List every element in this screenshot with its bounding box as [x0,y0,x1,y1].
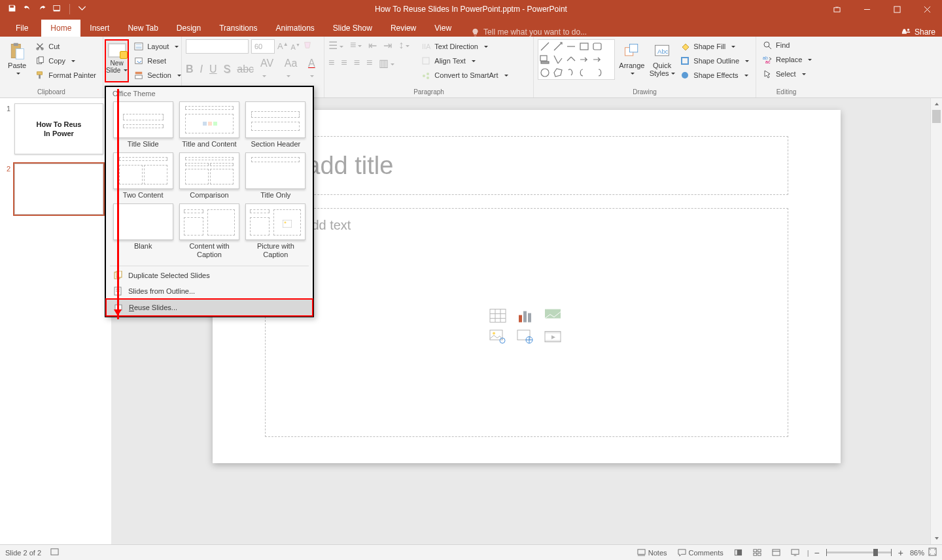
bold-button[interactable]: B [186,63,194,75]
save-icon[interactable] [8,4,16,14]
shape-fill-button[interactable]: Shape Fill [678,39,752,54]
zoom-thumb[interactable] [873,549,878,556]
zoom-level[interactable]: 86% [906,549,928,557]
zoom-in-button[interactable]: + [896,548,906,558]
layout-two-content[interactable]: Two Content [113,152,173,200]
duplicate-slides-item[interactable]: Duplicate Selected Slides [106,268,313,283]
paste-button[interactable]: Paste [4,39,30,77]
change-case-button[interactable]: Aa [285,58,302,81]
content-placeholder[interactable]: to add text [265,208,788,437]
title-placeholder[interactable]: to add title [265,136,788,195]
section-button[interactable]: Section [131,68,184,82]
layout-section-header[interactable]: Section Header [245,101,306,149]
format-painter-button[interactable]: Format Painter [33,68,99,82]
layout-title-content[interactable]: Title and Content [179,101,239,149]
font-color-button[interactable]: A [308,58,320,81]
shape-effects-button[interactable]: Shape Effects [678,68,752,82]
insert-smartart-icon[interactable] [543,308,563,324]
align-right-button[interactable]: ≡ [354,57,360,69]
replace-button[interactable]: abacReplace [760,52,814,67]
decrease-font-icon[interactable]: A▼ [291,43,300,51]
strike-button[interactable]: abc [237,63,254,75]
undo-icon[interactable] [23,4,31,14]
zoom-slider[interactable] [826,551,892,553]
cut-button[interactable]: Cut [33,39,99,54]
line-spacing-button[interactable]: ↕ [398,39,410,52]
smartart-button[interactable]: Convert to SmartArt [419,68,510,82]
minimize-icon[interactable] [852,0,882,18]
layout-comparison[interactable]: Comparison [179,152,239,200]
layout-title-slide[interactable]: Title Slide [113,101,173,149]
numbering-button[interactable]: ≡ [350,39,362,52]
clear-format-icon[interactable] [303,41,312,52]
scroll-up-icon[interactable] [931,98,942,110]
share-button[interactable]: Share [901,27,935,37]
tab-review[interactable]: Review [381,20,425,37]
ribbon-display-options-icon[interactable] [822,0,852,18]
qat-customize-icon[interactable] [78,4,86,14]
scroll-down-icon[interactable] [931,533,942,544]
increase-font-icon[interactable]: A▲ [277,41,288,51]
new-slide-button[interactable]: New Slide [105,39,129,82]
scrollbar-thumb[interactable] [932,110,941,123]
quick-styles-button[interactable]: Abc Quick Styles [649,39,675,77]
arrange-button[interactable]: Arrange [618,39,646,77]
reading-view-button[interactable] [767,545,786,561]
normal-view-button[interactable] [729,545,748,561]
layout-title-only[interactable]: Title Only [245,152,306,200]
insert-video-icon[interactable] [543,329,563,345]
decrease-indent-button[interactable]: ⇤ [368,39,377,52]
font-size-select[interactable] [251,39,275,54]
select-button[interactable]: Select [760,67,814,81]
tab-view[interactable]: View [425,20,461,37]
slide-sorter-button[interactable] [748,545,767,561]
vertical-scrollbar[interactable] [930,98,942,544]
layout-picture-caption[interactable]: Picture with Caption [245,203,306,259]
layout-button[interactable]: Layout [131,39,184,54]
spellcheck-icon[interactable] [50,548,59,557]
close-icon[interactable] [912,0,942,18]
increase-indent-button[interactable]: ⇥ [383,39,392,52]
reuse-slides-item[interactable]: RReuse Slides...euse Slides... [105,298,313,317]
tab-home[interactable]: Home [41,20,80,37]
italic-button[interactable]: I [200,63,203,75]
shapes-gallery[interactable] [538,39,615,80]
align-left-button[interactable]: ≡ [328,57,334,69]
insert-table-icon[interactable] [488,308,508,324]
comments-button[interactable]: Comments [672,545,729,561]
layout-blank[interactable]: Blank [113,203,173,259]
tell-me-search[interactable]: Tell me what you want to do... [471,27,587,37]
slides-from-outline-item[interactable]: Slides from Outline... [106,283,313,299]
notes-button[interactable]: Notes [632,545,672,561]
redo-icon[interactable] [38,4,46,14]
tab-newtab[interactable]: New Tab [118,20,167,37]
start-from-beginning-icon[interactable] [53,4,61,14]
maximize-icon[interactable] [882,0,912,18]
bullets-button[interactable]: ☰ [328,39,343,52]
fit-to-window-button[interactable] [928,548,937,557]
char-spacing-button[interactable]: AV [260,58,278,81]
slide-thumbnail-2[interactable]: 2 [4,164,107,215]
tab-slideshow[interactable]: Slide Show [324,20,381,37]
tab-animations[interactable]: Animations [266,20,323,37]
align-text-button[interactable]: Align Text [419,54,510,68]
insert-online-pictures-icon[interactable] [515,329,535,345]
find-button[interactable]: Find [760,38,814,52]
tab-design[interactable]: Design [167,20,210,37]
align-center-button[interactable]: ≡ [341,57,347,69]
reset-button[interactable]: Reset [131,54,184,68]
underline-button[interactable]: U [209,63,217,75]
zoom-out-button[interactable]: − [812,548,822,558]
columns-button[interactable]: ▥ [379,57,394,69]
tab-transitions[interactable]: Transitions [210,20,266,37]
tab-file[interactable]: File [3,20,41,37]
text-direction-button[interactable]: IIAText Direction [419,39,510,54]
insert-chart-icon[interactable] [515,308,535,324]
layout-content-caption[interactable]: Content with Caption [179,203,239,259]
justify-button[interactable]: ≡ [366,57,372,69]
slideshow-view-button[interactable] [786,545,805,561]
copy-button[interactable]: Copy [33,54,99,68]
shadow-button[interactable]: S [224,63,231,75]
slide-thumbnail-1[interactable]: 1 How To ReusIn Power [4,103,107,154]
shape-outline-button[interactable]: Shape Outline [678,54,752,68]
